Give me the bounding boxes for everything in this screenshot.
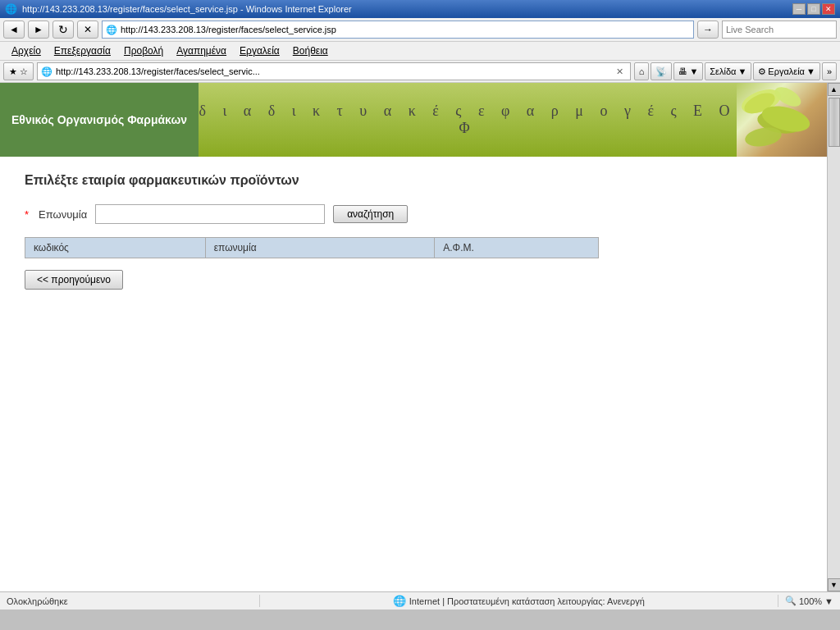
site-tagline: δ ι α δ ι κ τ υ α κ έ ς ε φ α ρ μ ο γ έ … [199, 103, 737, 137]
menu-view[interactable]: Προβολή [117, 43, 170, 58]
address-input[interactable] [121, 25, 690, 34]
title-bar-controls: ─ □ ✕ [792, 3, 835, 15]
live-search-wrap: 🔍 [722, 21, 837, 39]
page-button[interactable]: Σελίδα ▼ [705, 62, 751, 80]
status-internet-text: Internet | Προστατευμένη κατάσταση λειτο… [409, 596, 645, 606]
eponymia-input[interactable] [95, 204, 325, 224]
zoom-level: 100% [799, 596, 822, 606]
search-form: * Επωνυμία αναζήτηση [25, 204, 802, 224]
refresh-button[interactable]: ↻ [52, 21, 74, 39]
bookmarks-bar: ★ ☆ 🌐 http://143.233.208.13/register/fac… [0, 61, 840, 83]
zoom-icon: 🔍 [785, 596, 797, 606]
page-dropdown-icon: ▼ [737, 66, 746, 76]
expand-icon: » [827, 66, 832, 76]
tab-bar-wrap: 🌐 http://143.233.208.13/register/faces/s… [37, 62, 631, 80]
zoom-dropdown-icon[interactable]: ▼ [824, 596, 833, 606]
globe-icon: 🌐 [393, 595, 406, 607]
title-bar: 🌐 http://143.233.208.13/register/faces/s… [0, 0, 840, 18]
rss-icon: 📡 [655, 66, 667, 77]
scroll-thumb[interactable] [829, 98, 840, 147]
title-bar-text: 🌐 http://143.233.208.13/register/faces/s… [5, 3, 352, 15]
menu-favorites[interactable]: Αγαπημένα [170, 43, 233, 58]
browser-content: Εθνικός Οργανισμός Φαρμάκων δ ι α δ ι κ … [0, 83, 840, 591]
org-name: Εθνικός Οργανισμός Φαρμάκων [11, 113, 187, 126]
menu-help[interactable]: Βοήθεια [286, 43, 335, 58]
required-indicator: * [25, 208, 29, 221]
tools-dropdown-icon: ▼ [806, 66, 815, 76]
status-main: Ολοκληρώθηκε [7, 596, 259, 606]
print-icon: 🖶 [678, 66, 687, 76]
status-bar: Ολοκληρώθηκε 🌐 Internet | Προστατευμένη … [0, 591, 840, 609]
status-zoom: 🔍 100% ▼ [778, 596, 833, 606]
home-button[interactable]: ⌂ [634, 62, 650, 80]
menu-tools[interactable]: Εργαλεία [233, 43, 286, 58]
favorites-label: ☆ [20, 66, 28, 77]
menu-file[interactable]: Αρχείο [5, 43, 48, 58]
back-button[interactable]: ◄ [3, 21, 25, 39]
maximize-button[interactable]: □ [807, 3, 820, 15]
status-text: Ολοκληρώθηκε [7, 596, 68, 606]
site-header: Εθνικός Οργανισμός Φαρμάκων δ ι α δ ι κ … [0, 83, 827, 157]
back-button[interactable]: << προηγούμενο [25, 270, 123, 290]
favorites-star-button[interactable]: ★ ☆ [3, 62, 34, 80]
site-logo-box: Εθνικός Οργανισμός Φαρμάκων [0, 83, 199, 157]
close-button[interactable]: ✕ [822, 3, 835, 15]
scrollbar: ▲ ▼ [827, 83, 840, 591]
table-header-code: κωδικός [25, 238, 206, 258]
stop-button[interactable]: ✕ [77, 21, 98, 39]
browser-icon: 🌐 [5, 3, 17, 15]
page-label: Σελίδα [710, 66, 736, 76]
page-title: Επιλέξτε εταιρία φαρμακευτικών προϊόντων [25, 173, 802, 188]
site-main: Εθνικός Οργανισμός Φαρμάκων δ ι α δ ι κ … [0, 83, 827, 591]
table-header-afm: Α.Φ.Μ. [435, 238, 599, 258]
tab-close-button[interactable]: ✕ [613, 66, 627, 77]
field-label: Επωνυμία [39, 208, 87, 221]
search-button[interactable]: αναζήτηση [333, 205, 408, 223]
menu-edit[interactable]: Επεξεργασία [48, 43, 117, 58]
menu-bar: Αρχείο Επεξεργασία Προβολή Αγαπημένα Εργ… [0, 42, 840, 61]
scroll-up-button[interactable]: ▲ [828, 83, 841, 96]
minimize-button[interactable]: ─ [792, 3, 806, 15]
toolbar-right-buttons: ⌂ 📡 🖶 ▼ Σελίδα ▼ ⚙ Εργαλεία ▼ » [634, 62, 837, 80]
tools-label: Εργαλεία [768, 66, 805, 76]
table-header-name: επωνυμία [205, 238, 435, 258]
print-button[interactable]: 🖶 ▼ [673, 62, 703, 80]
scroll-down-button[interactable]: ▼ [828, 578, 841, 591]
live-search-input[interactable] [726, 25, 839, 34]
print-dropdown-icon: ▼ [689, 66, 698, 76]
current-tab-favicon: 🌐 [41, 66, 52, 77]
site-header-image [737, 83, 827, 157]
expand-button[interactable]: » [822, 62, 837, 80]
rss-button[interactable]: 📡 [651, 62, 672, 80]
page-content: Επιλέξτε εταιρία φαρμακευτικών προϊόντων… [0, 157, 827, 306]
current-tab-url[interactable]: http://143.233.208.13/register/faces/sel… [52, 66, 613, 76]
home-icon: ⌂ [639, 66, 645, 76]
results-table: κωδικός επωνυμία Α.Φ.Μ. [25, 237, 599, 258]
window-title: http://143.233.208.13/register/faces/sel… [22, 4, 352, 14]
go-button[interactable]: → [697, 21, 719, 39]
star-icon: ★ [9, 66, 17, 77]
tools-button[interactable]: ⚙ Εργαλεία ▼ [753, 62, 820, 80]
nav-toolbar: ◄ ► ↻ ✕ 🌐 → 🔍 [0, 18, 840, 42]
forward-button[interactable]: ► [28, 21, 49, 39]
address-bar-wrap: 🌐 [102, 21, 694, 39]
tools-icon: ⚙ [758, 66, 766, 77]
status-internet: 🌐 Internet | Προστατευμένη κατάσταση λει… [259, 595, 778, 607]
